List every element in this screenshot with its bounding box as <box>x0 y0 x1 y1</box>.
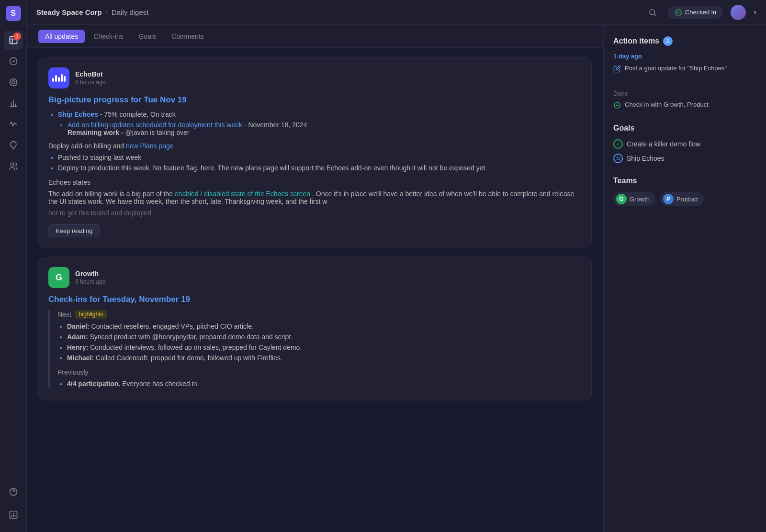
done-item-checkin: Check in with Growth, Product <box>613 101 756 111</box>
echobot-time: 5 hours ago <box>75 79 582 86</box>
tab-all-updates[interactable]: All updates <box>38 30 85 43</box>
product-team-label: Product <box>676 196 698 203</box>
team-chip-growth[interactable]: G Growth <box>613 192 655 206</box>
echoes-paragraph3: her to get this tested and deployed <box>48 209 582 217</box>
done-label: Done <box>613 90 756 97</box>
sidebar-item-bulb[interactable] <box>4 136 23 155</box>
sub-bullets: Add-on billing updates scheduled for dep… <box>58 121 582 136</box>
remaining-work-label: Remaining work - <box>68 129 124 136</box>
growth-time: 9 hours ago <box>75 278 582 285</box>
echoes-screen-link[interactable]: enabled / disabled state of the Echoes s… <box>175 190 310 198</box>
post-header-growth: G Growth 9 hours ago <box>48 267 582 288</box>
growth-team-icon: G <box>616 194 627 204</box>
action-items-divider <box>613 82 756 82</box>
goal-item-ship-echoes[interactable]: ↻ Ship Echoes <box>613 154 756 163</box>
check-in-section: Next highlights Daniel: Contacted resell… <box>48 310 582 388</box>
goals-section: Goals ✓ Create a killer demo flow ↻ Ship… <box>613 124 756 163</box>
addon-billing-link[interactable]: Add-on billing updates scheduled for dep… <box>68 121 242 129</box>
growth-item-henry: Henry: Conducted interviews, followed up… <box>67 344 582 351</box>
growth-team-label: Growth <box>630 196 650 203</box>
post-meta-growth: Growth 9 hours ago <box>75 270 582 285</box>
breadcrumb-separator: / <box>106 8 108 16</box>
right-sidebar: Action items 1 1 day ago Post a goal upd… <box>603 25 766 532</box>
echobot-bullets: Ship Echoes - 75% complete, On track Add… <box>48 111 582 136</box>
team-chip-product[interactable]: P Product <box>660 192 704 206</box>
topbar: Steady Space Corp / Daily digest Checked… <box>27 0 766 25</box>
sidebar-item-help[interactable] <box>4 482 23 501</box>
sidebar-item-updates[interactable]: 1 <box>4 31 23 50</box>
done-check-icon <box>613 101 621 111</box>
goal-label-demo: Create a killer demo flow <box>627 140 700 148</box>
post-growth: G Growth 9 hours ago Check-ins for Tuesd… <box>38 257 592 400</box>
checked-in-button[interactable]: Checked in <box>668 6 723 19</box>
growth-author: Growth <box>75 270 582 277</box>
action-items-badge: 1 <box>663 36 673 46</box>
echobot-post-title: Big-picture progress for Tue Nov 19 <box>48 95 582 105</box>
teams-section: Teams G Growth P Product <box>613 177 756 206</box>
goal-done-icon: ✓ <box>613 139 623 149</box>
highlights-badge: highlights <box>75 310 107 319</box>
goal-item-demo[interactable]: ✓ Create a killer demo flow <box>613 139 756 149</box>
growth-item-adam: Adam: Synced product with @henrypoydar, … <box>67 333 582 341</box>
goal-label-ship-echoes: Ship Echoes <box>627 155 665 162</box>
user-avatar[interactable] <box>731 5 746 20</box>
keep-reading-button[interactable]: Keep reading <box>48 224 100 237</box>
next-label: Next highlights <box>57 310 582 319</box>
action-items-title: Action items 1 <box>613 36 756 46</box>
echoes-states-label: Echoes states <box>48 178 582 186</box>
updates-badge: 1 <box>13 33 21 40</box>
team-chips: G Growth P Product <box>613 192 756 206</box>
previously-label: Previously <box>57 368 582 376</box>
action-item-post-goal[interactable]: Post a goal update for "Ship Echoes" <box>613 65 756 74</box>
growth-item-michael: Michael: Called Cadensoft, prepped for d… <box>67 354 582 362</box>
growth-participation: 4/4 participation. Everyone has checked … <box>67 380 582 388</box>
action-items-section: Action items 1 1 day ago Post a goal upd… <box>613 36 756 111</box>
user-menu-chevron[interactable]: ▾ <box>754 9 756 16</box>
checked-in-label: Checked in <box>685 9 716 16</box>
growth-prev-list: 4/4 participation. Everyone has checked … <box>57 380 582 388</box>
sidebar-item-report[interactable] <box>4 505 23 524</box>
search-button[interactable] <box>645 5 660 20</box>
sidebar-item-goals[interactable] <box>4 73 23 92</box>
ship-echoes-detail: - 75% complete, On track <box>100 111 176 118</box>
feed-wrapper: All updates Check-ins Goals Comments <box>27 25 603 532</box>
growth-item-daniel: Daniel: Contacted resellers, engaged VPs… <box>67 322 582 330</box>
growth-next-list: Daniel: Contacted resellers, engaged VPs… <box>57 322 582 362</box>
post-echobot: EchoBot 5 hours ago Big-picture progress… <box>38 57 592 247</box>
post-meta-echobot: EchoBot 5 hours ago <box>75 70 582 86</box>
deploy-bullet-1: Pushed to staging last week <box>58 154 582 161</box>
ship-echoes-link[interactable]: Ship Echoes <box>58 111 98 118</box>
product-team-icon: P <box>663 194 674 204</box>
echobot-avatar <box>48 67 69 89</box>
tab-check-ins[interactable]: Check-ins <box>87 30 130 43</box>
deploy-bullets: Pushed to staging last week Deploy to pr… <box>48 154 582 172</box>
teams-title: Teams <box>613 177 756 185</box>
tab-comments[interactable]: Comments <box>165 30 211 43</box>
sidebar-logo[interactable]: S <box>6 6 21 21</box>
action-item-text: Post a goal update for "Ship Echoes" <box>625 65 727 72</box>
content-area: All updates Check-ins Goals Comments <box>27 25 766 532</box>
ship-echoes-bullet: Ship Echoes - 75% complete, On track Add… <box>58 111 582 136</box>
breadcrumb: Steady Space Corp / Daily digest <box>36 8 148 16</box>
growth-post-title: Check-ins for Tuesday, November 19 <box>48 295 582 304</box>
tab-goals[interactable]: Goals <box>132 30 163 43</box>
deploy-bullet-2: Deploy to production this week. No featu… <box>58 164 582 172</box>
svg-point-3 <box>11 81 15 84</box>
sidebar-item-people[interactable] <box>4 157 23 176</box>
tabs-bar: All updates Check-ins Goals Comments <box>27 25 603 48</box>
goal-progress-icon: ↻ <box>613 154 623 163</box>
main-wrapper: Steady Space Corp / Daily digest Checked… <box>27 0 766 532</box>
topbar-right: Checked in ▾ <box>645 5 756 20</box>
sidebar-item-analytics[interactable] <box>4 94 23 113</box>
sidebar-item-pulse[interactable] <box>4 115 23 134</box>
svg-point-7 <box>650 10 655 15</box>
sidebar-item-checkins[interactable] <box>4 52 23 71</box>
plans-page-link[interactable]: new Plans page <box>126 142 174 150</box>
addon-billing-date: - November 18, 2024 <box>244 121 307 129</box>
left-sidebar: S 1 <box>0 0 27 532</box>
deploy-text: Deploy add-on billing and new Plans page <box>48 142 582 150</box>
addon-billing-item: Add-on billing updates scheduled for dep… <box>68 121 582 136</box>
remaining-work-detail: @javan is taking over <box>125 129 190 136</box>
svg-point-4 <box>11 163 14 166</box>
goals-title: Goals <box>613 124 756 133</box>
